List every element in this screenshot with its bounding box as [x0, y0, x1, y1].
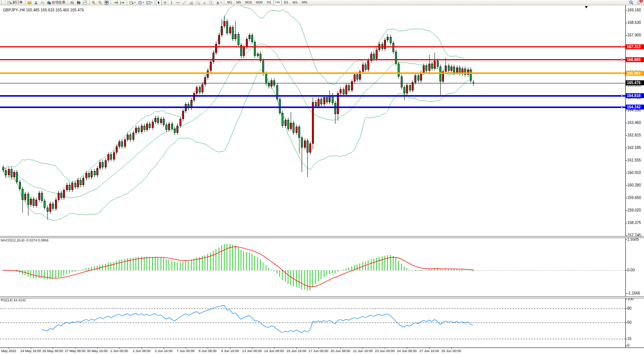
- price-tick-label[interactable]: 163.460: [627, 121, 644, 125]
- bar-chart-button[interactable]: [69, 0, 75, 5]
- svg-text:T: T: [210, 1, 212, 5]
- timeframe-h1-button[interactable]: H1: [265, 0, 273, 5]
- crosshair-button[interactable]: [162, 0, 168, 5]
- price-tick-label[interactable]: 162.815: [627, 133, 644, 138]
- price-tick: [625, 110, 627, 111]
- resistance-line-2-anchor[interactable]: [621, 59, 623, 61]
- price-tick-label[interactable]: 159.020: [627, 208, 644, 213]
- time-tick: [186, 348, 186, 349]
- panel-separator-macd[interactable]: [0, 236, 644, 238]
- price-tick-label[interactable]: 168.530: [627, 20, 644, 25]
- cursor-button[interactable]: [156, 0, 162, 5]
- rsi-panel-canvas[interactable]: [0, 298, 644, 348]
- channel-icon: E: [189, 1, 193, 5]
- price-tick-label[interactable]: 167.900: [627, 33, 644, 38]
- timeframe-h4-button[interactable]: H4: [274, 0, 282, 5]
- price-tick-label[interactable]: 161.555: [627, 158, 644, 163]
- chart-shift-marker[interactable]: [585, 6, 588, 8]
- rsi-axis-label[interactable]: 50: [627, 320, 644, 325]
- price-tick-label[interactable]: 158.375: [627, 221, 644, 225]
- resistance-line-1-anchor[interactable]: [621, 46, 623, 48]
- zoom-out-button[interactable]: [97, 0, 103, 5]
- price-tick-label[interactable]: 160.280: [627, 183, 644, 188]
- line-chart-button[interactable]: [82, 0, 88, 5]
- new-order-button[interactable]: 新订单: [6, 0, 24, 5]
- autotrading-button[interactable]: 自动交易: [46, 0, 66, 5]
- rsi-axis-label[interactable]: 80: [627, 306, 644, 311]
- search-button[interactable]: [628, 0, 635, 5]
- indicator-tick: [625, 293, 627, 294]
- macd-axis-label[interactable]: -1.1666: [627, 291, 644, 296]
- timeframe-d1-button[interactable]: D1: [282, 0, 290, 5]
- indicators-button[interactable]: ▾: [128, 0, 137, 5]
- timeframe-m1-button[interactable]: M1: [225, 0, 234, 5]
- macd-label: MACD(12,26,9) -0.0274 0.0868: [1, 238, 49, 242]
- price-tick: [625, 235, 627, 236]
- pivot-line-anchor[interactable]: [621, 72, 623, 74]
- rsi-axis-label[interactable]: 0: [627, 343, 644, 348]
- chart-window[interactable]: GBPJPY-,H4 165.485 165.633 165.466 165.4…: [0, 5, 644, 354]
- community-icon: 1: [637, 0, 641, 5]
- rsi-axis-label[interactable]: 15: [627, 337, 644, 341]
- chart-title: GBPJPY-,H4 165.485 165.633 165.466 165.4…: [3, 8, 84, 12]
- periods-button[interactable]: ▾: [137, 0, 145, 5]
- community-button[interactable]: 1: [636, 0, 642, 5]
- support-line-1-anchor[interactable]: [621, 95, 623, 97]
- support-line-2-anchor[interactable]: [621, 106, 623, 108]
- signals-button[interactable]: [39, 0, 46, 5]
- resistance-line-2[interactable]: [0, 59, 625, 60]
- candle-chart-icon: [77, 1, 80, 5]
- time-tick: [252, 348, 252, 349]
- time-tick: [75, 348, 76, 349]
- fibonacci-button[interactable]: F: [195, 0, 201, 5]
- time-tick: [164, 348, 164, 349]
- toolbar-drag-handle[interactable]: [1, 0, 3, 5]
- trendline-icon: [183, 1, 186, 5]
- timeframe-w1-button[interactable]: W1: [291, 0, 300, 5]
- chart-shift-button[interactable]: [119, 0, 126, 5]
- trendline-button[interactable]: [181, 0, 187, 5]
- timeframe-mn-button[interactable]: MN: [300, 0, 309, 5]
- chevron-down-icon: ▾: [143, 0, 144, 5]
- timeframe-m30-button[interactable]: M30: [254, 0, 265, 5]
- arrows-button[interactable]: ▾: [215, 0, 223, 5]
- price-tick: [625, 23, 627, 23]
- price-tick-label[interactable]: 159.650: [627, 196, 644, 200]
- toolbar-separator: [89, 0, 90, 5]
- support-line-1[interactable]: [0, 95, 625, 97]
- macd-panel-canvas[interactable]: [0, 238, 644, 296]
- horizontal-line-button[interactable]: [175, 0, 181, 5]
- macd-axis-label[interactable]: 0.00: [627, 268, 644, 273]
- main-toolbar: 新订单自动交易▾▾▾EFAT▾M1M5M15M30H1H4D1W1MN1: [0, 0, 644, 5]
- channel-button[interactable]: E: [188, 0, 194, 5]
- navigator-button[interactable]: [33, 0, 39, 5]
- rsi-label: RSI(14) 44.4142: [1, 298, 26, 302]
- templates-button[interactable]: ▾: [145, 0, 153, 5]
- resistance-line-1[interactable]: [0, 46, 625, 47]
- price-tick-label[interactable]: 169.160: [627, 8, 644, 13]
- candlestick-chart-button[interactable]: [76, 0, 82, 5]
- timeframe-m5-button[interactable]: M5: [235, 0, 243, 5]
- time-tick-label[interactable]: 29 Jun 00:00: [437, 349, 466, 353]
- price-tick-label[interactable]: 162.185: [627, 146, 644, 150]
- chart-shift-icon: [120, 1, 124, 5]
- time-tick: [429, 348, 430, 349]
- price-tick: [625, 210, 627, 211]
- arrows-icon: [216, 1, 220, 5]
- zoom-out-icon: [98, 1, 102, 5]
- time-axis-line: [0, 348, 644, 348]
- price-tick-label[interactable]: 160.910: [627, 171, 644, 175]
- main-chart-canvas[interactable]: [0, 5, 644, 236]
- auto-scroll-button[interactable]: [112, 0, 119, 5]
- support-line-1-price-label: 164.818: [626, 93, 644, 98]
- panel-separator-rsi[interactable]: [0, 296, 644, 298]
- pivot-line[interactable]: [0, 72, 625, 74]
- tile-windows-button[interactable]: [104, 0, 110, 5]
- vertical-line-button[interactable]: [168, 0, 175, 5]
- support-line-2[interactable]: [0, 107, 625, 108]
- text-label-button[interactable]: T: [208, 0, 214, 5]
- market-watch-button[interactable]: [27, 0, 33, 5]
- text-button[interactable]: A: [202, 0, 208, 5]
- timeframe-m15-button[interactable]: M15: [243, 0, 254, 5]
- zoom-in-button[interactable]: [91, 0, 97, 5]
